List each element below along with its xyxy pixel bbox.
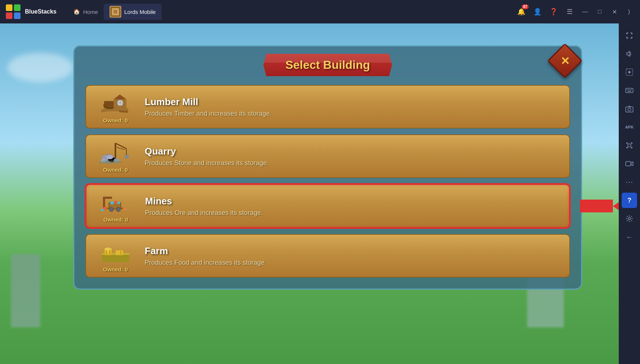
banner-shape: Select Building: [263, 54, 392, 76]
maximize-button[interactable]: □: [595, 7, 605, 17]
lumber-mill-info: Lumber Mill Produces Timber and increase…: [141, 96, 562, 118]
app-name: BlueStacks: [25, 8, 56, 15]
quarry-owned: Owned: 0: [103, 167, 128, 173]
svg-rect-68: [628, 144, 631, 147]
sidebar-toggle-icon[interactable]: ⟩: [624, 7, 634, 17]
volume-btn[interactable]: [622, 46, 637, 62]
home-tab[interactable]: 🏠 Home: [67, 6, 104, 17]
minimize-button[interactable]: —: [580, 7, 590, 17]
quarry-icon-area: Owned: 0: [90, 140, 141, 173]
svg-point-36: [109, 207, 114, 212]
mines-name: Mines: [145, 196, 562, 207]
svg-point-38: [110, 201, 114, 204]
svg-rect-61: [627, 89, 628, 90]
svg-rect-69: [626, 161, 631, 166]
svg-rect-65: [628, 91, 631, 92]
svg-rect-63: [630, 89, 630, 90]
titlebar: BlueStacks 🏠 Home Lords Mobile 🔔 87 👤 ❓ …: [0, 0, 640, 23]
quarry-item[interactable]: Owned: 0 Quarry Produces Stone and incre…: [85, 134, 570, 178]
help-header-icon[interactable]: ❓: [548, 6, 559, 18]
mines-item[interactable]: Owned: 0 Mines Produces Ore and increase…: [85, 184, 570, 228]
home-tab-label: Home: [83, 9, 98, 15]
right-sidebar: APK ··· ? ←: [619, 23, 640, 364]
svg-rect-25: [125, 155, 129, 159]
lumber-mill-icon-area: Owned: 0: [90, 90, 141, 123]
quarry-desc: Produces Stone and increases its storage…: [145, 159, 562, 167]
close-window-button[interactable]: ✕: [609, 7, 619, 17]
svg-point-52: [104, 248, 112, 251]
svg-rect-54: [116, 250, 123, 255]
game-tab-label: Lords Mobile: [124, 9, 156, 15]
mines-info: Mines Produces Ore and increases its sto…: [141, 196, 562, 217]
game-area: Select Building ✕: [0, 23, 619, 364]
svg-rect-60: [626, 88, 633, 93]
svg-rect-3: [14, 12, 21, 19]
notification-bell[interactable]: 🔔 87: [515, 6, 527, 18]
farm-info: Farm Produces Food and increases its sto…: [141, 245, 562, 267]
account-icon[interactable]: 👤: [532, 6, 543, 18]
camera-btn[interactable]: [622, 101, 637, 116]
building-list: Owned: 0 Lumber Mill Produces Timber and…: [85, 85, 570, 278]
game-tab[interactable]: Lords Mobile: [104, 4, 162, 20]
svg-rect-2: [6, 12, 12, 19]
farm-owned: Owned: 0: [103, 266, 128, 272]
lumber-mill-desc: Produces Timber and increases its storag…: [145, 110, 562, 118]
svg-rect-66: [626, 107, 633, 112]
svg-point-59: [628, 71, 630, 73]
fullscreen-btn[interactable]: [622, 28, 637, 43]
svg-marker-15: [114, 94, 126, 99]
svg-point-44: [101, 209, 104, 211]
bg-tower-left: [11, 254, 40, 327]
close-dialog-button[interactable]: ✕: [547, 43, 582, 78]
svg-rect-42: [103, 197, 112, 199]
svg-rect-64: [631, 89, 632, 90]
svg-rect-62: [628, 89, 629, 90]
mines-owned: Owned: 0: [103, 216, 128, 223]
svg-point-29: [107, 155, 113, 159]
home-icon: 🏠: [73, 8, 80, 15]
quarry-info: Quarry Produces Stone and increases its …: [141, 146, 562, 167]
svg-point-70: [628, 218, 630, 220]
quarry-name: Quarry: [145, 146, 562, 157]
record-btn[interactable]: [622, 156, 637, 171]
pointer-btn[interactable]: [622, 64, 637, 80]
menu-icon[interactable]: ☰: [564, 6, 576, 18]
lumber-mill-name: Lumber Mill: [145, 96, 562, 108]
svg-rect-0: [6, 4, 12, 11]
back-sidebar-btn[interactable]: ←: [622, 229, 637, 245]
game-tab-icon: [110, 6, 121, 18]
lumber-mill-owned: Owned: 0: [103, 117, 128, 123]
apk-btn[interactable]: APK: [622, 119, 637, 135]
svg-point-67: [628, 108, 631, 111]
keyboard-btn[interactable]: [622, 83, 637, 98]
settings-sidebar-btn[interactable]: [622, 211, 637, 226]
screenshot-btn[interactable]: [622, 138, 637, 153]
svg-rect-8: [112, 11, 118, 12]
select-building-dialog: Select Building ✕: [73, 45, 582, 290]
dialog-title-banner: Select Building ✕: [85, 54, 570, 76]
farm-desc: Produces Food and increases its storage.: [145, 259, 562, 267]
help-sidebar-btn[interactable]: ?: [622, 193, 637, 208]
svg-rect-1: [14, 4, 21, 11]
svg-line-22: [115, 143, 126, 149]
more-options-btn[interactable]: ···: [622, 174, 637, 190]
notification-count: 87: [522, 4, 529, 9]
farm-icon-area: Owned: 0: [90, 239, 141, 272]
lumber-mill-item[interactable]: Owned: 0 Lumber Mill Produces Timber and…: [85, 85, 570, 129]
window-controls: 🔔 87 👤 ❓ ☰ — □ ✕ ⟩: [515, 6, 640, 18]
bg-cloud: [7, 53, 73, 82]
mines-desc: Produces Ore and increases its storage.: [145, 209, 562, 217]
svg-point-40: [117, 202, 120, 204]
farm-item[interactable]: Owned: 0 Farm Produces Food and increase…: [85, 234, 570, 278]
svg-point-37: [116, 207, 121, 212]
farm-name: Farm: [145, 245, 562, 257]
svg-point-45: [123, 208, 127, 210]
bluestacks-logo: [4, 3, 22, 21]
dialog-title: Select Building: [285, 58, 370, 71]
arrow-indicator: [580, 186, 619, 226]
mines-icon-area: Owned: 0: [90, 189, 141, 223]
